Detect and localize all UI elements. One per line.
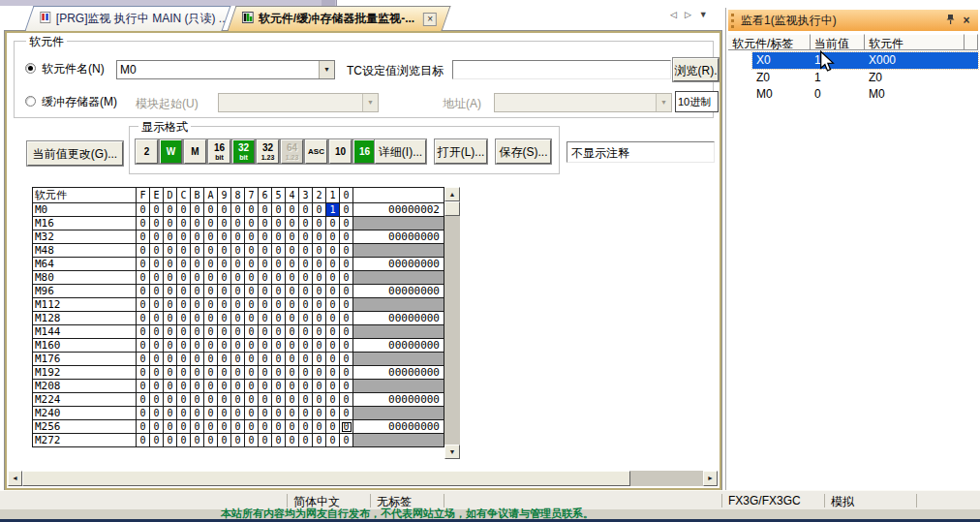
grid-bit-cell[interactable]: 0 (204, 393, 218, 407)
grid-bit-cell[interactable]: 0 (313, 217, 326, 230)
grid-bit-cell[interactable]: 0 (313, 285, 326, 298)
grid-bit-cell[interactable]: 0 (313, 271, 326, 285)
grid-bit-cell[interactable]: 0 (137, 312, 150, 325)
grid-bit-cell[interactable]: 0 (137, 203, 150, 217)
grid-bit-cell[interactable]: 0 (340, 325, 353, 339)
grid-bit-cell[interactable]: 0 (150, 285, 164, 298)
grid-bit-cell[interactable]: 0 (177, 298, 191, 312)
grid-bit-cell[interactable]: 0 (164, 217, 177, 230)
grid-bit-cell[interactable]: 0 (245, 258, 259, 271)
grid-bit-cell[interactable]: 0 (177, 271, 191, 285)
grid-bit-cell[interactable]: 0 (164, 271, 177, 285)
grid-device-cell[interactable]: M48 (33, 244, 137, 258)
grid-bit-cell[interactable]: 0 (177, 407, 191, 420)
grid-bit-cell[interactable]: 0 (272, 298, 286, 312)
grid-bit-cell[interactable]: 0 (299, 258, 313, 271)
grid-bit-cell[interactable]: 0 (231, 407, 245, 420)
grid-bit-cell[interactable]: 0 (272, 203, 286, 217)
grid-bit-cell[interactable]: 0 (164, 420, 177, 434)
grid-bit-cell[interactable]: 0 (286, 434, 299, 447)
grid-bit-cell[interactable]: 0 (191, 393, 204, 407)
grid-device-cell[interactable]: M96 (33, 285, 137, 298)
grid-bit-cell[interactable]: 0 (245, 434, 259, 447)
grid-bit-cell[interactable]: 0 (164, 230, 177, 244)
grid-bit-cell[interactable]: 0 (137, 339, 150, 353)
grid-bit-cell[interactable]: 0 (177, 285, 191, 298)
grid-bit-cell[interactable]: 0 (218, 285, 231, 298)
grid-bit-cell[interactable]: 0 (191, 203, 204, 217)
grid-bit-cell[interactable]: 0 (326, 312, 340, 325)
grid-bit-cell[interactable]: 0 (191, 285, 204, 298)
grid-bit-cell[interactable]: 0 (299, 380, 313, 393)
grid-device-cell[interactable]: M16 (33, 217, 137, 230)
grid-bit-cell[interactable]: 0 (299, 420, 313, 434)
grid-bit-cell[interactable]: 0 (204, 258, 218, 271)
grid-bit-cell[interactable]: 0 (286, 271, 299, 285)
grid-device-cell[interactable]: M160 (33, 339, 137, 353)
grid-bit-cell[interactable]: 0 (313, 407, 326, 420)
grid-bit-cell[interactable]: 0 (191, 353, 204, 366)
grid-bit-cell[interactable]: 0 (245, 312, 259, 325)
grid-bit-cell[interactable]: 0 (272, 285, 286, 298)
grid-bit-cell[interactable]: 0 (245, 393, 259, 407)
grid-bit-cell[interactable]: 0 (286, 407, 299, 420)
grid-bit-cell[interactable]: 0 (231, 325, 245, 339)
grid-bit-cell[interactable]: 0 (286, 203, 299, 217)
grid-bit-cell[interactable]: 0 (218, 380, 231, 393)
tab-batch-monitor[interactable]: 软元件/缓冲存储器批量监视-... × (228, 6, 451, 31)
grid-bit-cell[interactable]: 0 (177, 217, 191, 230)
grid-value-cell[interactable]: 00000000 (353, 258, 444, 271)
grid-bit-cell[interactable]: 0 (218, 244, 231, 258)
grid-bit-cell[interactable]: 0 (286, 420, 299, 434)
grid-device-cell[interactable]: M256 (33, 420, 137, 434)
grid-bit-cell[interactable]: 0 (150, 298, 164, 312)
grid-bit-cell[interactable]: 0 (286, 339, 299, 353)
grid-bit-cell[interactable]: 0 (245, 203, 259, 217)
grid-bit-cell[interactable]: 0 (204, 366, 218, 380)
grid-bit-cell[interactable]: 0 (164, 339, 177, 353)
grid-bit-cell[interactable]: 0 (299, 366, 313, 380)
grid-bit-cell[interactable]: 0 (204, 434, 218, 447)
horizontal-scrollbar-thumb[interactable] (22, 471, 630, 486)
grid-bit-cell[interactable]: 0 (204, 339, 218, 353)
grid-bit-cell[interactable]: 0 (286, 258, 299, 271)
grid-bit-cell[interactable]: 0 (299, 339, 313, 353)
grid-bit-cell[interactable]: 0 (191, 298, 204, 312)
grid-bit-cell[interactable]: 0 (340, 244, 353, 258)
grid-bit-cell[interactable]: 0 (164, 393, 177, 407)
grid-bit-cell[interactable]: 0 (164, 298, 177, 312)
browse-button[interactable]: 浏览(R). (673, 58, 719, 81)
grid-device-cell[interactable]: M176 (33, 353, 137, 366)
format-16bit-button[interactable]: 16bit (208, 139, 230, 164)
grid-device-cell[interactable]: M272 (33, 434, 137, 447)
grid-bit-cell[interactable]: 0 (326, 217, 340, 230)
grid-bit-cell[interactable]: 0 (259, 285, 272, 298)
grid-bit-cell[interactable]: 0 (218, 353, 231, 366)
grid-bit-cell[interactable]: 0 (272, 271, 286, 285)
grid-bit-cell[interactable]: 0 (137, 393, 150, 407)
grid-bit-cell[interactable]: 0 (191, 380, 204, 393)
grid-bit-cell[interactable]: 0 (286, 217, 299, 230)
grid-value-cell[interactable]: 00000000 (353, 339, 444, 353)
grid-bit-cell[interactable]: 0 (204, 203, 218, 217)
grid-value-cell[interactable] (353, 380, 444, 393)
grid-bit-cell[interactable]: 0 (177, 339, 191, 353)
grid-bit-cell[interactable]: 0 (150, 353, 164, 366)
grid-bit-cell[interactable]: 0 (259, 271, 272, 285)
grid-bit-cell[interactable]: 0 (150, 258, 164, 271)
grid-bit-cell[interactable]: 0 (150, 339, 164, 353)
grid-bit-cell[interactable]: 0 (326, 393, 340, 407)
grid-bit-cell[interactable]: 0 (245, 217, 259, 230)
grid-bit-cell[interactable]: 0 (326, 353, 340, 366)
grid-bit-cell[interactable]: 0 (259, 325, 272, 339)
grid-bit-cell[interactable]: 0 (259, 339, 272, 353)
grid-bit-cell[interactable]: 0 (313, 298, 326, 312)
grid-bit-cell[interactable]: 0 (340, 339, 353, 353)
tc-target-field[interactable] (452, 60, 671, 79)
grid-bit-cell[interactable]: 0 (272, 325, 286, 339)
grid-bit-cell[interactable]: 0 (177, 325, 191, 339)
grid-bit-cell[interactable]: 0 (150, 407, 164, 420)
grid-bit-cell[interactable]: 0 (204, 312, 218, 325)
grid-bit-cell[interactable]: 0 (218, 312, 231, 325)
grid-bit-cell[interactable]: 0 (340, 407, 353, 420)
